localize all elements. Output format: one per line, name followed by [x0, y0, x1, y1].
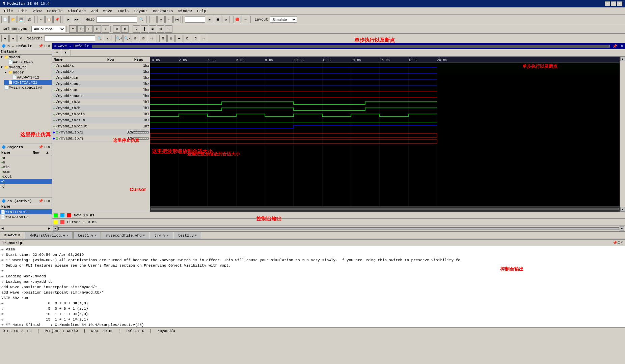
- new-button[interactable]: 📄: [1, 16, 9, 23]
- search-clear-button[interactable]: ✕: [104, 35, 111, 42]
- sig-row-b[interactable]: → /myadd/b 1hz: [52, 69, 150, 75]
- layout-select[interactable]: Simulate: [270, 17, 297, 23]
- obj-item-cin[interactable]: → cin: [0, 165, 52, 170]
- tree-item-always12[interactable]: 📄 #ALWAYS#12: [8, 75, 52, 80]
- wave-tb-btn2[interactable]: ▼: [62, 49, 69, 57]
- run-time-button[interactable]: ▶: [206, 16, 213, 23]
- waveform-btn5[interactable]: ⊐: [192, 35, 199, 42]
- vscroll-up[interactable]: ▲: [620, 57, 625, 61]
- zoom-prev-button[interactable]: ◁: [148, 35, 155, 42]
- hscroll-left[interactable]: ◀: [53, 226, 58, 231]
- tab-mysecondfile[interactable]: mysecondfile.vhd ×: [102, 232, 149, 239]
- search-opt-button[interactable]: ⚙: [18, 35, 25, 42]
- search-go-button[interactable]: 🔍: [96, 35, 103, 42]
- sig-expand-tb-j[interactable]: ▶: [53, 136, 55, 141]
- pan-btn[interactable]: ☩: [165, 25, 172, 33]
- menu-simulate[interactable]: Simulate: [65, 8, 88, 14]
- menu-wave[interactable]: Wave: [101, 8, 115, 14]
- cursor-btn[interactable]: ╋: [141, 25, 148, 33]
- title-bar-controls[interactable]: − □ ×: [605, 1, 622, 6]
- compile-button[interactable]: ▶: [65, 16, 72, 23]
- tab-try-close[interactable]: ×: [167, 234, 168, 237]
- menu-help[interactable]: Help: [194, 8, 209, 14]
- copy-button[interactable]: 📋: [45, 16, 53, 23]
- wave-vscroll[interactable]: ▲ ▼: [620, 57, 625, 212]
- cut-button[interactable]: ✂: [37, 16, 45, 23]
- es-item-initial21[interactable]: 📄 #INITIAL#21: [0, 209, 52, 214]
- close-button[interactable]: ×: [617, 1, 622, 6]
- sig-row-tb-a[interactable]: → /myadd_tb/a 1h1: [52, 99, 150, 105]
- obj-item-j[interactable]: → j: [0, 184, 52, 188]
- obj-item-i[interactable]: → i: [0, 179, 52, 184]
- tree-item-initial21[interactable]: 📄 #INITIAL#21: [4, 80, 52, 85]
- obj-item-sum[interactable]: → sum: [0, 170, 52, 174]
- tab-test1-2-close[interactable]: ×: [195, 234, 197, 237]
- tab-myfirstverilog-close[interactable]: ×: [66, 234, 68, 237]
- zoom-fit-button[interactable]: ⊟: [140, 35, 147, 42]
- waveform-btn3[interactable]: ▬: [175, 35, 183, 42]
- wave-pin[interactable]: 📌: [613, 44, 617, 49]
- save-button[interactable]: 💾: [18, 16, 25, 23]
- zoom-in-button[interactable]: 🔍+: [115, 35, 123, 42]
- run-all-button[interactable]: ⏭: [173, 16, 181, 23]
- transcript-pin[interactable]: 📌: [613, 241, 617, 245]
- objects-pin[interactable]: 📌: [38, 145, 43, 149]
- wave-btn2[interactable]: ⊕: [121, 25, 129, 33]
- es-scroll-left[interactable]: ◀: [1, 226, 4, 231]
- transcript-close[interactable]: ×: [621, 241, 623, 245]
- menu-bookmarks[interactable]: Bookmarks: [150, 8, 175, 14]
- menu-tools[interactable]: Tools: [115, 8, 131, 14]
- tab-myfirstverilog[interactable]: MyFirstVerilog.v ×: [25, 232, 73, 239]
- tab-test1-close[interactable]: ×: [95, 234, 97, 237]
- instance-expand[interactable]: □: [45, 44, 47, 48]
- sim-button[interactable]: ▶▶: [73, 16, 80, 23]
- tab-test1-2[interactable]: test1.v ×: [174, 232, 201, 239]
- tree-item-myadd[interactable]: ▼ 📁 myadd: [0, 55, 52, 60]
- menu-edit[interactable]: Edit: [16, 8, 30, 14]
- breakpoint-button[interactable]: 🔴: [234, 16, 241, 23]
- sig-row-tb-sum[interactable]: → /myadd_tb/sum 1h1: [52, 117, 150, 123]
- hscroll-right[interactable]: ▶: [620, 226, 624, 231]
- step-button[interactable]: ↓: [149, 16, 157, 23]
- es-close[interactable]: ×: [48, 199, 50, 203]
- menu-compile[interactable]: Compile: [44, 8, 65, 14]
- zoom-out-button[interactable]: 🔍-: [124, 35, 131, 42]
- instance-pin[interactable]: 📌: [38, 44, 43, 48]
- minimize-button[interactable]: −: [605, 1, 610, 6]
- sig-row-count[interactable]: → /myadd/count 1hx: [52, 93, 150, 99]
- wave-maximize[interactable]: □: [618, 44, 620, 49]
- obj-item-cout[interactable]: → cout: [0, 174, 52, 179]
- waveform-btn4[interactable]: ⊏: [184, 35, 191, 42]
- tree-item-adder[interactable]: ▶ 📁 adder: [4, 70, 52, 75]
- tab-mysecondfile-close[interactable]: ×: [143, 234, 145, 237]
- search-fwd-button[interactable]: ◀: [9, 35, 17, 42]
- col-btn3[interactable]: ⊟: [85, 25, 93, 33]
- col-btn2[interactable]: ⊞: [77, 25, 85, 33]
- open-button[interactable]: 📂: [9, 16, 17, 23]
- maximize-button[interactable]: □: [611, 1, 616, 6]
- sig-row-tb-i[interactable]: ▶ ⊡ /myadd_tb/i 32hxxxxxxxx: [52, 129, 150, 135]
- tab-test1[interactable]: test1.v ×: [73, 232, 101, 239]
- tree-item-assign6[interactable]: 📄 #ASSIGN#6: [4, 60, 52, 65]
- paste-button[interactable]: 📌: [53, 16, 61, 23]
- arrow-btn[interactable]: ↖: [133, 25, 140, 33]
- next-button[interactable]: →: [242, 16, 249, 23]
- hscroll-bar[interactable]: [58, 227, 619, 230]
- objects-close[interactable]: ×: [48, 145, 50, 149]
- obj-item-a[interactable]: → a: [0, 155, 52, 160]
- es-item-always12[interactable]: 📄 #ALWAYS#12: [0, 214, 52, 219]
- sig-row-tb-j[interactable]: ▶ ⊡ /myadd_tb/j 32hxxxxxxxx: [52, 135, 150, 142]
- zoom-btn[interactable]: ⊞: [157, 25, 164, 33]
- es-scroll-right[interactable]: ▶: [48, 226, 50, 231]
- restart-button[interactable]: ↺: [222, 16, 229, 23]
- time-input[interactable]: 100 ns: [185, 17, 205, 23]
- transcript-content[interactable]: # vsim # Start time: 22:09:54 on Apr 03,…: [0, 246, 625, 327]
- step-over-button[interactable]: ↷: [157, 16, 165, 23]
- objects-expand[interactable]: □: [45, 145, 47, 149]
- menu-layout[interactable]: Layout: [131, 8, 150, 14]
- instance-close[interactable]: ×: [48, 44, 50, 48]
- waveform-btn6[interactable]: ↔: [200, 35, 207, 42]
- sig-expand-tb-i[interactable]: ▶: [53, 130, 55, 134]
- es-expand[interactable]: □: [45, 199, 47, 203]
- waveform-btn2[interactable]: ⊔: [167, 35, 175, 42]
